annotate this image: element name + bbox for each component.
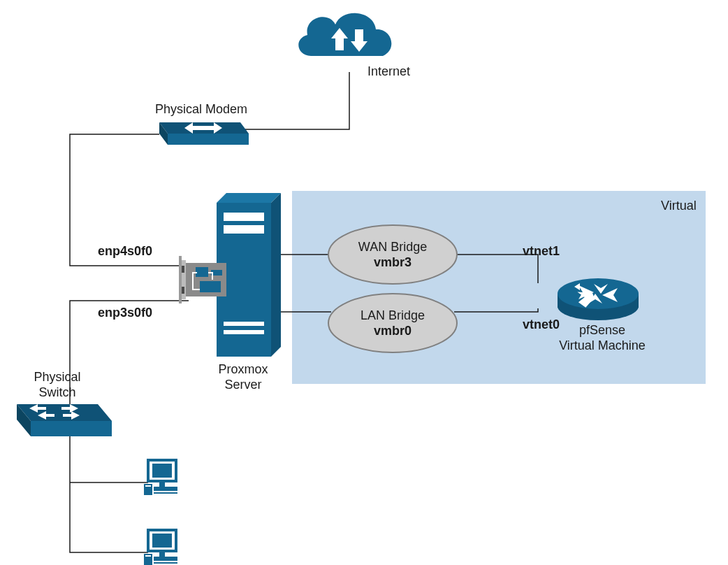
svg-rect-45 <box>154 487 177 494</box>
svg-rect-43 <box>145 485 151 487</box>
nic-icon <box>179 256 226 303</box>
svg-rect-41 <box>152 464 172 478</box>
virtual-box-label: Virtual <box>661 199 697 214</box>
router-icon <box>558 278 639 320</box>
lan-bridge-line1: LAN Bridge <box>330 308 456 324</box>
svg-rect-14 <box>224 330 264 334</box>
modem-label: Physical Modem <box>155 102 247 117</box>
svg-rect-22 <box>200 281 221 292</box>
svg-marker-9 <box>217 193 281 203</box>
enp3-label: enp3s0f0 <box>98 306 152 321</box>
vtnet1-label: vtnet1 <box>523 244 560 259</box>
svg-rect-48 <box>152 534 172 548</box>
diagram-canvas: Internet Physical Modem Physical Switch … <box>0 0 728 565</box>
workstation-icon <box>144 460 177 495</box>
svg-rect-18 <box>182 266 184 273</box>
switch-icon <box>17 404 112 436</box>
svg-rect-13 <box>224 322 264 326</box>
wan-bridge-label: WAN Bridge vmbr3 <box>330 240 456 270</box>
workstation-icon <box>144 530 177 565</box>
svg-rect-50 <box>145 555 151 557</box>
lan-bridge-label: LAN Bridge vmbr0 <box>330 308 456 338</box>
svg-rect-20 <box>196 267 208 277</box>
internet-label: Internet <box>367 64 410 80</box>
svg-rect-52 <box>154 557 177 564</box>
svg-marker-10 <box>271 193 281 357</box>
svg-rect-53 <box>154 561 177 562</box>
virtual-container <box>292 191 706 384</box>
lan-bridge-line2: vmbr0 <box>330 324 456 339</box>
svg-marker-7 <box>168 134 249 145</box>
svg-rect-51 <box>159 551 165 557</box>
svg-rect-12 <box>224 225 264 234</box>
svg-marker-35 <box>31 421 112 436</box>
pfsense-label: pfSense Virtual Machine <box>553 323 651 353</box>
svg-rect-46 <box>154 491 177 492</box>
enp4-label: enp4s0f0 <box>98 244 152 259</box>
svg-marker-33 <box>17 404 112 421</box>
svg-rect-11 <box>224 213 264 221</box>
svg-rect-44 <box>159 481 165 487</box>
wan-bridge-line2: vmbr3 <box>330 255 456 271</box>
modem-icon <box>159 122 249 145</box>
switch-label: Physical Switch <box>15 370 99 400</box>
wan-bridge-line1: WAN Bridge <box>330 240 456 255</box>
proxmox-label: Proxmox Server <box>201 362 285 392</box>
switch-label-text: Physical Switch <box>34 370 80 399</box>
diagram-svg <box>0 0 728 565</box>
svg-rect-19 <box>182 287 184 294</box>
svg-rect-17 <box>179 256 182 303</box>
cloud-internet-icon <box>298 13 391 56</box>
